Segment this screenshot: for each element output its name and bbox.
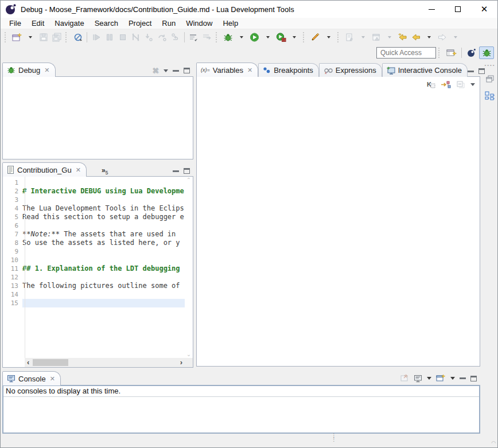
menu-file[interactable]: File [4,18,26,29]
tab-editor-contribution-guide[interactable]: Contribution_Gu ✕ [2,162,87,177]
debug-perspective-icon[interactable] [479,46,494,59]
tab-editor-close-icon[interactable]: ✕ [76,166,81,174]
editor-horizontal-scrollbar[interactable]: ‹ › [25,358,185,367]
minimize-view-icon[interactable] [460,377,466,379]
menu-edit[interactable]: Edit [26,18,49,29]
code-line[interactable]: 7**Note:** The assets that are used in [3,230,185,239]
code-line[interactable]: 8So use the assets as listed here, or y [3,239,185,247]
quick-access-input[interactable] [376,47,436,59]
console-body[interactable]: No consoles to display at this time. [2,385,480,434]
code-line[interactable]: 5Read this section to setup a debugger e [3,213,185,221]
code-line[interactable]: 3 [3,196,185,204]
view-menu-icon[interactable] [164,69,168,72]
editor-vertical-scrollbar[interactable]: ⌃ ⌄ [185,177,193,358]
code-line[interactable]: 13The following pictures outline some of [3,282,185,290]
code-line[interactable]: 4The Lua Development Tools in the Eclips [3,204,185,213]
minimize-view-icon[interactable] [468,71,474,72]
editor-chooser[interactable]: »5 [102,166,108,177]
maximize-view-icon[interactable] [478,68,485,74]
debug-icon[interactable] [221,31,235,44]
code-line[interactable]: 12 [3,273,185,282]
back-dropdown[interactable] [422,31,435,44]
run-last-dropdown[interactable] [287,31,301,44]
console-view: Console ✕ [2,371,480,434]
scroll-up-icon[interactable]: ⌃ [186,178,191,182]
code-line[interactable]: 14 [3,290,185,299]
run-icon[interactable] [248,31,261,44]
tab-breakpoints[interactable]: Breakpoints [258,63,319,77]
tab-variables[interactable]: (x)= Variables ✕ [196,63,258,77]
outline-view-icon[interactable] [484,90,496,102]
tab-debug[interactable]: Debug ✕ [2,63,56,77]
debug-dropdown[interactable] [235,31,248,44]
view-menu-icon[interactable] [470,83,475,86]
interactive-console-icon [387,67,395,75]
show-type-names-icon[interactable]: K [426,80,435,89]
editor-stack: Contribution_Gu ✕ »5 12# Interactive DEB… [2,162,193,368]
window-close-button[interactable]: ✕ [471,1,497,18]
maximize-view-icon[interactable] [184,168,190,174]
display-selected-console-icon[interactable] [414,375,422,383]
scrollbar-corner [185,358,193,367]
run-dropdown[interactable] [261,31,274,44]
open-task-icon[interactable] [309,31,322,44]
maximize-view-icon[interactable] [470,376,477,381]
variables-view-body[interactable]: K [196,76,480,367]
code-line[interactable]: 10 [3,256,185,264]
new-wizard-dropdown[interactable] [24,31,37,44]
window-minimize-button[interactable] [418,1,445,18]
window-maximize-button[interactable] [445,1,471,18]
open-task-dropdown[interactable] [322,31,335,44]
menu-window[interactable]: Window [181,18,217,29]
show-logical-structures-icon[interactable] [441,80,451,89]
tab-expressions[interactable]: x Expressions [319,63,382,77]
menu-search[interactable]: Search [90,18,123,29]
back-icon[interactable] [409,31,422,44]
maximize-view-icon[interactable] [184,68,190,73]
open-perspective-icon[interactable] [444,46,459,59]
debug-view-body[interactable] [2,76,193,159]
minimize-view-icon[interactable] [173,70,179,72]
code-line[interactable]: 11## 1. Explanation of the LDT debugging [3,264,185,273]
scroll-right-icon[interactable]: › [180,359,182,367]
scroll-left-icon[interactable]: ‹ [27,359,29,367]
tab-debug-close-icon[interactable]: ✕ [44,67,49,74]
forward-icon [435,31,449,44]
trim-drag-handle[interactable]: •••• [484,64,495,67]
resize-grip[interactable]: ◠ [491,440,496,446]
tab-interactive-console[interactable]: Interactive Console [382,63,468,77]
scroll-down-icon[interactable]: ⌄ [186,352,191,357]
code-line[interactable]: 1 [3,178,185,187]
lua-perspective-icon[interactable] [464,46,479,59]
line-number: 6 [3,221,22,230]
line-text [22,299,185,307]
editor-lines[interactable]: 12# Interactive DEBUG using Lua Developm… [3,177,185,358]
code-line[interactable]: 15 [3,299,185,307]
collapse-all-icon [456,80,465,89]
menu-navigate[interactable]: Navigate [49,18,89,29]
minimize-view-icon[interactable] [173,170,179,172]
tab-console[interactable]: Console ✕ [2,371,61,385]
open-console-icon[interactable] [436,374,446,383]
display-console-dropdown[interactable] [427,377,431,380]
code-line[interactable]: 9 [3,247,185,256]
code-line[interactable]: 2# Interactive DEBUG using Lua Developme [3,187,185,196]
open-console-dropdown[interactable] [450,377,455,380]
code-line[interactable]: 6 [3,221,185,230]
run-last-coverage-icon[interactable] [274,31,287,44]
menu-run[interactable]: Run [157,18,181,29]
use-step-filters-icon[interactable] [187,31,200,44]
new-wizard-icon[interactable] [10,31,24,44]
breakpoints-icon [263,67,271,74]
line-text: **Note:** The assets that are used in [22,230,185,239]
scrollbar-thumb[interactable] [33,359,68,366]
skip-all-breakpoints-icon[interactable] [71,31,84,44]
last-edit-location-icon[interactable] [396,31,409,44]
tab-variables-close-icon[interactable]: ✕ [247,67,252,74]
tab-console-close-icon[interactable]: ✕ [50,375,55,383]
menu-project[interactable]: Project [123,18,157,29]
line-text [22,221,185,230]
menu-help[interactable]: Help [217,18,243,29]
status-trim-handle[interactable]: ⋮⋮ [331,434,337,441]
editor-body[interactable]: 12# Interactive DEBUG using Lua Developm… [2,176,193,368]
